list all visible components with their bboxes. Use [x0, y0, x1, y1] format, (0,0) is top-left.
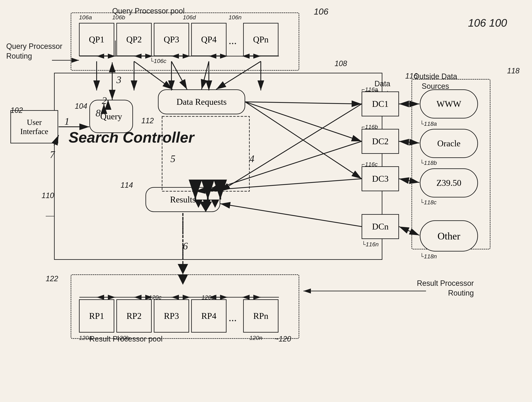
rp2-box: RP2 [116, 299, 152, 332]
ref-118: 118 [507, 66, 519, 75]
ref-120d: 120d [202, 294, 215, 301]
rp-dots: ... [228, 311, 237, 324]
ref-120n: 120n [249, 335, 262, 341]
ref-104: 104 [75, 102, 87, 111]
ref-118n: └118n [420, 253, 437, 260]
ref-100: 106 100 [468, 17, 507, 29]
ref-108: 108 [335, 59, 347, 68]
ref-112: 112 [141, 116, 154, 125]
rp3-box: RP3 [154, 299, 189, 332]
rp4-box: RP4 [191, 299, 227, 332]
outside-sources-label: Outside DataSources [413, 72, 457, 91]
ref-116c: ⌐116c [361, 161, 378, 168]
svg-marker-45 [178, 264, 188, 274]
ref-106c: └106c [150, 58, 166, 64]
rp1-box: RP1 [79, 299, 114, 332]
qp2-box: QP2 [116, 23, 152, 56]
dcn-box: DCn [361, 214, 399, 239]
ref-102: 102 [10, 106, 23, 115]
query-box: Query [89, 100, 133, 133]
dc1-box: DC1 [361, 91, 399, 116]
www-box: WWW [420, 89, 478, 118]
ref-106d: 106d [183, 14, 196, 21]
user-interface-box: UserInterface [10, 110, 58, 143]
ref-122: 122 [46, 274, 58, 283]
ref-106n: 106n [228, 14, 241, 21]
ref-120a: 120a [79, 335, 92, 341]
qp-dots: ... [228, 34, 237, 47]
other-box: Other [420, 220, 478, 251]
ref-106b: 106b [112, 14, 125, 21]
results-box: Results [146, 187, 220, 212]
ref-116a: ⌐116a [361, 86, 378, 93]
search-controller-label: Search Controller [69, 129, 194, 146]
rpn-box: RPn [243, 299, 279, 332]
z3950-box: Z39.50 [420, 168, 478, 198]
ref-118c: └118c [420, 199, 437, 206]
ref-120b: 120b [116, 335, 129, 341]
qpn-box: QPn [243, 23, 279, 56]
ref-106: 106 [314, 7, 328, 17]
oracle-box: Oracle [420, 129, 478, 158]
data-requests-box: Data Requests [158, 89, 245, 114]
ref-110: 110 [42, 191, 54, 200]
qp4-box: QP4 [191, 23, 227, 56]
ref-116b: ⌐116b [361, 124, 378, 130]
rp-routing-label: Result ProcessorRouting [417, 279, 474, 298]
dc3-box: DC3 [361, 166, 399, 191]
ref-114: 114 [120, 181, 133, 190]
ref-120: ~120 [274, 335, 291, 343]
qp1-box: QP1 [79, 23, 114, 56]
qp3-box: QP3 [154, 23, 189, 56]
diagram-container: 106 100 Query Processor pool 106 106a 10… [0, 0, 532, 402]
dc2-box: DC2 [361, 129, 399, 154]
ref-120c: ⌐120c [146, 294, 161, 301]
ref-118b: └118b [420, 160, 437, 166]
ref-116n: └116n [361, 241, 379, 248]
ref-106a: 106a [79, 14, 92, 21]
ref-118a: └118a [420, 121, 437, 127]
qp-routing-label: Query ProcessorRouting [6, 42, 62, 61]
